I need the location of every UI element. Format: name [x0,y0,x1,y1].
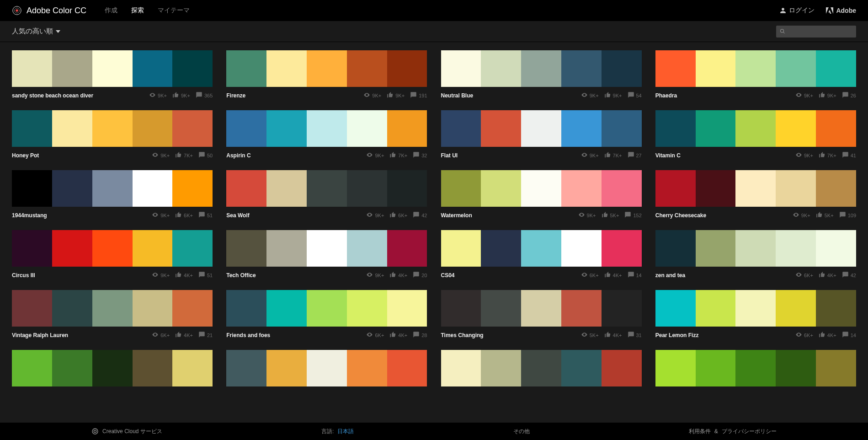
color-swatch[interactable] [521,50,561,87]
footer-legal[interactable]: 利用条件 & プライバシーポリシー [689,428,777,435]
nav-explore[interactable]: 探索 [131,6,144,15]
theme-card[interactable]: Phaedra9K+9K+26 [655,50,856,106]
color-swatch[interactable] [387,290,427,327]
color-swatch[interactable] [521,170,561,207]
color-swatch[interactable] [696,110,736,147]
color-swatch[interactable] [226,110,266,147]
color-swatch[interactable] [12,230,52,267]
color-swatch[interactable] [12,50,52,87]
theme-card[interactable]: Vintage Ralph Lauren6K+4K+21 [12,290,213,345]
app-logo[interactable]: Adobe Color CC [12,5,86,16]
color-swatch[interactable] [172,350,213,386]
theme-card[interactable]: Tech Office9K+4K+20 [226,230,427,285]
color-swatch[interactable] [307,290,347,327]
color-swatch[interactable] [172,290,213,327]
theme-card[interactable] [655,350,856,386]
color-swatch[interactable] [226,350,266,386]
search-box[interactable] [776,26,856,38]
theme-card[interactable]: Aspirin C9K+7K+32 [226,110,427,166]
color-swatch[interactable] [561,110,602,147]
color-swatch[interactable] [776,350,816,386]
search-input[interactable] [785,28,852,35]
color-swatch[interactable] [481,350,521,386]
theme-card[interactable]: Pear Lemon Fizz6K+4K+14 [655,290,856,345]
login-link[interactable]: ログイン [780,6,815,15]
color-swatch[interactable] [172,230,213,267]
color-swatch[interactable] [441,50,481,87]
color-swatch[interactable] [441,170,481,207]
color-swatch[interactable] [441,290,481,327]
color-swatch[interactable] [172,50,213,87]
color-swatch[interactable] [387,170,427,207]
color-swatch[interactable] [441,110,481,147]
color-swatch[interactable] [696,350,736,386]
color-swatch[interactable] [655,230,696,267]
color-swatch[interactable] [52,50,92,87]
color-swatch[interactable] [602,170,642,207]
color-swatch[interactable] [776,110,816,147]
color-swatch[interactable] [133,290,173,327]
color-swatch[interactable] [226,290,266,327]
theme-card[interactable]: Times Changing5K+4K+31 [441,290,642,345]
color-swatch[interactable] [133,50,173,87]
color-swatch[interactable] [481,290,521,327]
color-swatch[interactable] [307,230,347,267]
color-swatch[interactable] [387,230,427,267]
color-swatch[interactable] [226,50,266,87]
color-swatch[interactable] [52,290,92,327]
color-swatch[interactable] [226,170,266,207]
color-swatch[interactable] [735,110,776,147]
color-swatch[interactable] [133,350,173,386]
color-swatch[interactable] [52,110,92,147]
color-swatch[interactable] [441,350,481,386]
color-swatch[interactable] [655,110,696,147]
footer-cc-services[interactable]: Creative Cloud サービス [91,428,162,435]
color-swatch[interactable] [92,170,133,207]
theme-card[interactable]: Vitamin C9K+7K+41 [655,110,856,166]
color-swatch[interactable] [307,110,347,147]
color-swatch[interactable] [561,350,602,386]
color-swatch[interactable] [481,170,521,207]
theme-card[interactable]: Honey Pot9K+7K+50 [12,110,213,166]
color-swatch[interactable] [561,230,602,267]
color-swatch[interactable] [602,350,642,386]
color-swatch[interactable] [92,110,133,147]
color-swatch[interactable] [92,290,133,327]
color-swatch[interactable] [561,170,602,207]
color-swatch[interactable] [266,230,307,267]
theme-card[interactable]: Neutral Blue9K+9K+54 [441,50,642,106]
color-swatch[interactable] [347,110,387,147]
color-swatch[interactable] [602,230,642,267]
color-swatch[interactable] [655,50,696,87]
color-swatch[interactable] [481,110,521,147]
color-swatch[interactable] [521,350,561,386]
color-swatch[interactable] [735,50,776,87]
color-swatch[interactable] [602,50,642,87]
color-swatch[interactable] [655,350,696,386]
color-swatch[interactable] [441,230,481,267]
color-swatch[interactable] [52,350,92,386]
theme-card[interactable]: Circus III9K+4K+51 [12,230,213,285]
color-swatch[interactable] [816,290,856,327]
color-swatch[interactable] [387,110,427,147]
color-swatch[interactable] [12,110,52,147]
color-swatch[interactable] [307,50,347,87]
color-swatch[interactable] [816,350,856,386]
color-swatch[interactable] [387,50,427,87]
theme-card[interactable]: Sea Wolf9K+6K+42 [226,170,427,225]
adobe-link[interactable]: Adobe [826,7,856,14]
theme-card[interactable]: 1944mustang9K+6K+51 [12,170,213,225]
color-swatch[interactable] [602,290,642,327]
color-swatch[interactable] [776,170,816,207]
color-swatch[interactable] [735,170,776,207]
color-swatch[interactable] [347,350,387,386]
theme-card[interactable]: Flat UI9K+7K+27 [441,110,642,166]
color-swatch[interactable] [52,170,92,207]
color-swatch[interactable] [776,230,816,267]
color-swatch[interactable] [561,290,602,327]
color-swatch[interactable] [266,50,307,87]
color-swatch[interactable] [12,170,52,207]
color-swatch[interactable] [307,170,347,207]
color-swatch[interactable] [347,230,387,267]
color-swatch[interactable] [602,110,642,147]
